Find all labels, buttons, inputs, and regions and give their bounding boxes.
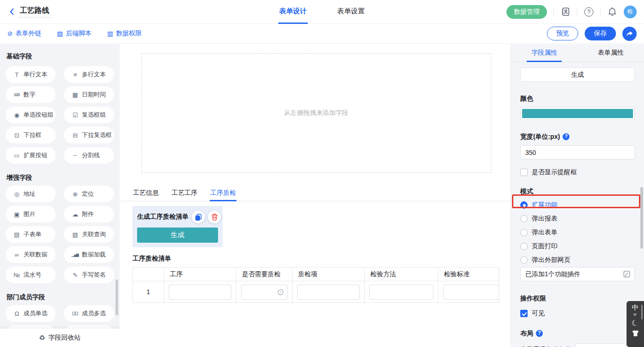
user-avatar[interactable]: 检 [624, 6, 637, 18]
field-item-single-line-text[interactable]: T单行文本 [6, 66, 56, 83]
tab-process-steps[interactable]: 工艺工序 [171, 186, 198, 201]
generate-button[interactable]: 生成 [137, 228, 218, 243]
person-icon: Ω [12, 310, 21, 317]
basic-fields-grid: T单行文本 ≡多行文本 123数字 ▦日期时间 ◉单选按钮组 ☑复选框组 ⊡下拉… [6, 66, 114, 164]
field-item-image[interactable]: ▣图片 [6, 206, 56, 222]
panel-scrollbar[interactable] [640, 187, 643, 249]
people-icon: ΩΩ [70, 311, 80, 316]
data-manage-button[interactable]: 数据管理 [506, 5, 547, 19]
chevron-left-icon [9, 8, 14, 16]
field-item-datetime[interactable]: ▦日期时间 [64, 86, 114, 103]
mode-option-popup-form[interactable]: 弹出表单 [520, 228, 635, 237]
layout-help-icon[interactable]: ? [536, 330, 543, 337]
mode-option-page-print[interactable]: 页面打印 [520, 242, 635, 250]
ime-moon-icon[interactable]: ☾ [631, 318, 640, 329]
field-recycle-bin[interactable]: ♻ 字段回收站 [0, 329, 120, 347]
ime-skin-button[interactable] [632, 330, 639, 338]
multi-line-text-icon: ≡ [70, 71, 80, 78]
tab-process-info[interactable]: 工艺信息 [132, 186, 159, 201]
ime-punctuation-button[interactable]: º’ [634, 313, 637, 318]
color-picker[interactable] [520, 107, 635, 120]
visible-checkbox[interactable] [520, 310, 528, 317]
data-permission-link[interactable]: ▥ 数据权限 [107, 29, 142, 38]
field-item-number[interactable]: 123数字 [6, 86, 56, 103]
mode-option-extend-function[interactable]: 扩展功能 [520, 201, 635, 209]
radio-icon[interactable] [520, 215, 528, 222]
ime-chinese-mode-button[interactable]: 中 [632, 303, 639, 312]
edit-pencil-icon[interactable] [623, 271, 630, 278]
back-button[interactable] [9, 8, 14, 16]
tab-step-quality-check[interactable]: 工序质检 [210, 186, 236, 201]
plugin-field[interactable]: 已添加1个功能插件 [520, 267, 635, 281]
mode-option-label: 弹出表单 [532, 228, 558, 237]
field-item-subform[interactable]: ▤子表单 [6, 226, 56, 243]
mode-option-popup-report[interactable]: 弹出报表 [520, 215, 635, 223]
button-text-field[interactable]: 生成 [520, 68, 635, 82]
field-item-member-single[interactable]: Ω成员单选 [6, 305, 56, 322]
col-header-inspect-method: 检验方法 [365, 267, 438, 281]
help-button[interactable]: ? [584, 7, 594, 17]
field-item-member-multi[interactable]: ΩΩ成员多选 [64, 305, 114, 322]
width-input[interactable] [520, 145, 635, 159]
row-width-select[interactable]: 1/4 [575, 343, 626, 347]
width-help-icon[interactable]: ? [563, 133, 569, 140]
preview-button[interactable]: 预览 [547, 27, 578, 40]
inspect-method-input[interactable] [369, 284, 433, 300]
field-item-label: 关联查询 [82, 230, 106, 239]
qc-item-input[interactable] [297, 284, 360, 300]
radio-icon[interactable] [520, 243, 528, 250]
field-item-location[interactable]: ⊕定位 [64, 186, 114, 202]
delete-field-button[interactable] [208, 210, 221, 223]
field-item-signature[interactable]: ✎手写签名 [64, 267, 114, 283]
help-icon: ? [584, 7, 593, 17]
field-item-address[interactable]: ◎地址 [6, 186, 56, 202]
field-item-dropdown[interactable]: ⊡下拉框 [6, 127, 56, 143]
table-row: 1 [133, 281, 500, 303]
field-item-relation-data[interactable]: ∞关联数据 [6, 246, 56, 263]
field-item-label: 附件 [82, 210, 94, 218]
field-item-checkbox-group[interactable]: ☑复选框组 [64, 107, 114, 123]
field-item-multi-dropdown[interactable]: ⊟下拉复选框 [64, 127, 114, 143]
radio-selected-icon[interactable] [520, 201, 528, 209]
field-dropzone[interactable]: 从左侧拖拽来添加字段 [141, 53, 491, 173]
tab-form-design[interactable]: 表单设计 [278, 0, 308, 24]
tab-form-settings[interactable]: 表单设置 [336, 0, 366, 24]
share-button[interactable] [622, 27, 637, 41]
form-external-link[interactable]: ⊘ 表单外链 [7, 29, 41, 38]
properties-tab-group: 字段属性 表单属性 [511, 44, 644, 62]
radio-icon[interactable] [520, 229, 528, 236]
field-item-label: 数字 [23, 91, 35, 99]
notification-button[interactable] [607, 7, 617, 17]
field-item-radio-group[interactable]: ◉单选按钮组 [6, 107, 56, 123]
field-item-label: 下拉框 [23, 131, 41, 139]
field-item-multi-line-text[interactable]: ≡多行文本 [64, 66, 114, 83]
tab-field-properties[interactable]: 字段属性 [511, 44, 578, 62]
reminder-checkbox[interactable] [520, 169, 528, 176]
sidebar-scrollbar[interactable] [115, 279, 118, 315]
field-item-extend-button[interactable]: ▭扩展按钮 [6, 147, 56, 164]
tab-form-properties[interactable]: 表单属性 [578, 44, 644, 62]
tshirt-icon [632, 330, 639, 336]
backend-script-link[interactable]: ▨ 后端脚本 [57, 29, 92, 38]
field-item-label: 单选按钮组 [23, 111, 53, 119]
field-item-attachment[interactable]: ☁附件 [64, 206, 114, 222]
divider [577, 8, 577, 16]
field-item-relation-query[interactable]: ▧关联查询 [64, 226, 114, 243]
field-item-label: 分割线 [82, 151, 100, 159]
page-title[interactable]: 工艺路线 [19, 6, 50, 17]
contact-book-button[interactable] [560, 7, 570, 17]
image-icon: ▣ [12, 211, 21, 218]
radio-icon[interactable] [520, 256, 528, 264]
field-item-serial-number[interactable]: №流水号 [6, 267, 56, 283]
inspect-standard-input[interactable] [443, 284, 499, 300]
mode-option-external-page[interactable]: 弹出外部网页 [520, 256, 635, 264]
process-input[interactable] [169, 284, 231, 300]
copy-field-button[interactable] [192, 210, 205, 223]
field-item-divider-line[interactable]: ╌分割线 [64, 147, 114, 164]
field-item-label: 子表单 [23, 230, 41, 239]
need-qc-input[interactable] [241, 284, 288, 300]
save-button[interactable]: 保存 [585, 27, 616, 40]
selected-field-block[interactable]: 生成工序质检清单 生成 [132, 206, 223, 247]
tool-link-label: 数据权限 [116, 29, 142, 38]
field-item-data-load[interactable]: ▁▄▆数据加载 [64, 246, 114, 263]
